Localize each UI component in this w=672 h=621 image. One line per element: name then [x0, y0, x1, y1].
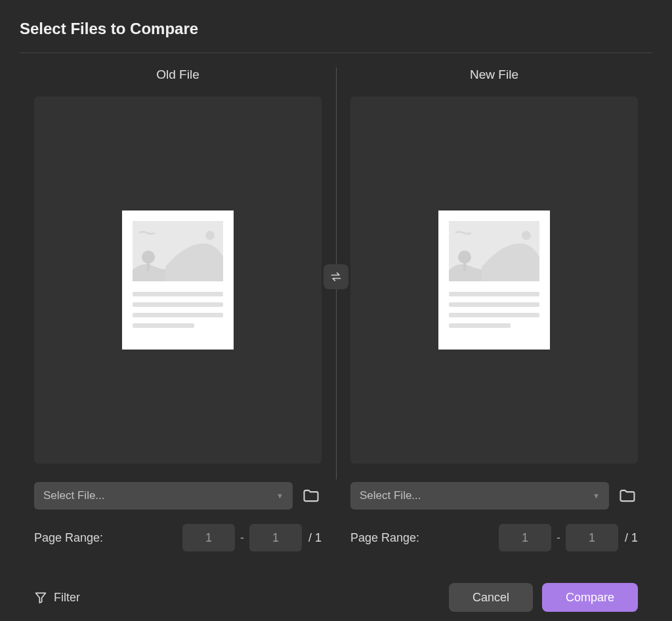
new-page-to-input[interactable]: [566, 524, 618, 551]
filter-icon: [34, 591, 47, 604]
dropdown-label: Select File...: [360, 489, 421, 502]
svg-marker-8: [36, 593, 46, 603]
new-file-panel: New File: [336, 68, 652, 551]
new-file-select-dropdown[interactable]: Select File... ▼: [350, 482, 609, 510]
svg-point-3: [142, 250, 155, 264]
old-page-to-input[interactable]: [249, 524, 302, 551]
range-dash: -: [556, 531, 560, 545]
svg-point-1: [205, 231, 215, 240]
old-file-select-dropdown[interactable]: Select File... ▼: [34, 482, 293, 510]
compare-button[interactable]: Compare: [542, 583, 638, 612]
old-page-total: / 1: [308, 531, 322, 545]
new-file-title: New File: [336, 68, 652, 82]
swap-icon: [329, 270, 343, 283]
file-panels: Old File: [20, 68, 652, 551]
chevron-down-icon: ▼: [593, 492, 600, 500]
new-file-browse-button[interactable]: [617, 485, 638, 506]
new-page-total: / 1: [625, 531, 638, 545]
folder-icon: [618, 487, 637, 505]
folder-icon: [302, 487, 320, 505]
old-page-from-input[interactable]: [182, 524, 235, 551]
dialog-title: Select Files to Compare: [20, 20, 652, 53]
old-file-panel: Old File: [20, 68, 336, 551]
dropdown-label: Select File...: [43, 489, 105, 502]
new-page-from-input[interactable]: [499, 524, 551, 551]
compare-dialog: Select Files to Compare Old File: [0, 0, 672, 621]
old-file-preview[interactable]: [34, 96, 322, 464]
new-file-preview[interactable]: [350, 96, 638, 464]
cancel-button[interactable]: Cancel: [449, 583, 533, 612]
new-page-range-label: Page Range:: [350, 531, 499, 545]
svg-point-5: [522, 231, 531, 240]
old-file-title: Old File: [20, 68, 336, 82]
filter-button[interactable]: Filter: [34, 591, 80, 605]
old-page-range-label: Page Range:: [34, 531, 182, 545]
range-dash: -: [240, 531, 244, 545]
svg-point-7: [458, 250, 471, 264]
chevron-down-icon: ▼: [276, 492, 284, 500]
swap-files-button[interactable]: [324, 264, 348, 289]
dialog-footer: Filter Cancel Compare: [20, 583, 652, 612]
old-file-browse-button[interactable]: [301, 485, 322, 506]
document-placeholder-icon: [438, 210, 550, 350]
document-placeholder-icon: [122, 210, 234, 350]
filter-label: Filter: [54, 591, 80, 605]
